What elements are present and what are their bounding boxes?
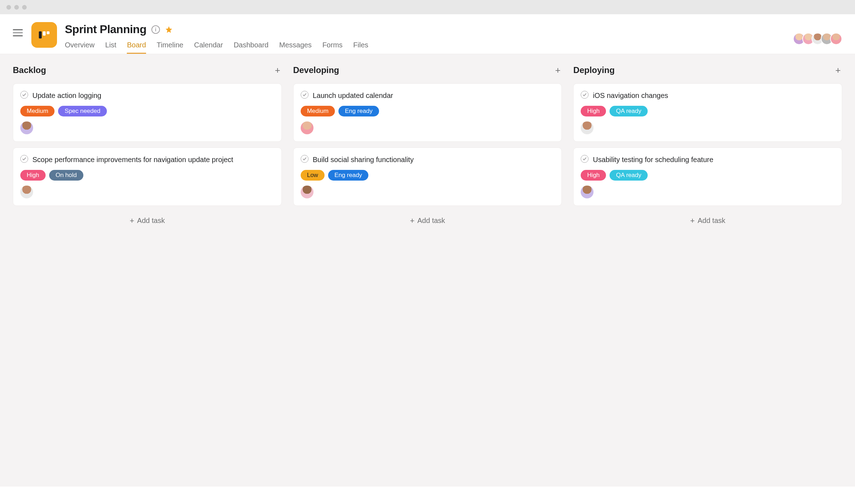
add-task-button[interactable]: +Add task	[293, 212, 562, 230]
menu-button[interactable]	[13, 28, 23, 38]
task-title: Launch updated calendar	[313, 90, 393, 101]
add-card-button[interactable]: +	[273, 64, 281, 76]
traffic-light-dot	[6, 5, 11, 10]
favorite-star-button[interactable]	[165, 26, 173, 33]
complete-task-checkbox[interactable]	[20, 155, 28, 163]
task-tags: LowEng ready	[301, 170, 555, 181]
svg-rect-2	[47, 31, 50, 34]
member-avatar[interactable]	[830, 33, 842, 45]
tag-qa-ready[interactable]: QA ready	[610, 106, 648, 116]
assignee-avatar[interactable]	[301, 186, 314, 198]
complete-task-checkbox[interactable]	[301, 91, 309, 99]
task-card[interactable]: iOS navigation changesHighQA ready	[573, 83, 842, 142]
column-title: Backlog	[13, 65, 46, 75]
add-task-label: Add task	[418, 217, 445, 225]
traffic-light-dot	[14, 5, 19, 10]
tag-high[interactable]: High	[581, 170, 606, 181]
task-card[interactable]: Scope performance improvements for navig…	[13, 147, 282, 206]
tag-eng-ready[interactable]: Eng ready	[328, 170, 369, 181]
add-task-label: Add task	[698, 217, 725, 225]
task-title: Build social sharing functionality	[313, 154, 414, 165]
column-header: Backlog+	[13, 64, 282, 76]
complete-task-checkbox[interactable]	[581, 91, 589, 99]
task-tags: HighQA ready	[581, 106, 835, 116]
column-developing: Developing+Launch updated calendarMedium…	[293, 64, 562, 465]
kanban-board: Backlog+Update action loggingMediumSpec …	[0, 54, 855, 487]
plus-icon: +	[130, 217, 134, 225]
tag-eng-ready[interactable]: Eng ready	[338, 106, 379, 116]
tag-spec-needed[interactable]: Spec needed	[58, 106, 107, 116]
svg-rect-1	[43, 31, 46, 36]
assignee-avatar[interactable]	[20, 186, 33, 198]
column-deploying: Deploying+iOS navigation changesHighQA r…	[573, 64, 842, 465]
window-chrome	[0, 0, 855, 14]
tab-timeline[interactable]: Timeline	[157, 41, 183, 54]
tag-qa-ready[interactable]: QA ready	[610, 170, 648, 181]
tab-messages[interactable]: Messages	[279, 41, 312, 54]
task-title: Scope performance improvements for navig…	[32, 154, 233, 165]
project-info-button[interactable]: i	[151, 25, 160, 34]
add-task-label: Add task	[137, 217, 165, 225]
svg-rect-0	[39, 31, 42, 38]
assignee-avatar[interactable]	[301, 121, 314, 134]
task-tags: MediumEng ready	[301, 106, 555, 116]
project-tabs: OverviewListBoardTimelineCalendarDashboa…	[65, 41, 368, 54]
project-header: Sprint Planning i OverviewListBoardTimel…	[0, 14, 855, 54]
plus-icon: +	[690, 217, 695, 225]
column-title: Developing	[293, 65, 339, 75]
tab-files[interactable]: Files	[353, 41, 368, 54]
add-task-button[interactable]: +Add task	[573, 212, 842, 230]
tab-overview[interactable]: Overview	[65, 41, 94, 54]
project-icon	[31, 22, 57, 48]
star-icon	[165, 26, 173, 33]
task-card[interactable]: Update action loggingMediumSpec needed	[13, 83, 282, 142]
plus-icon: +	[410, 217, 415, 225]
tag-on-hold[interactable]: On hold	[49, 170, 83, 181]
tag-medium[interactable]: Medium	[301, 106, 335, 116]
tab-forms[interactable]: Forms	[322, 41, 343, 54]
task-tags: HighQA ready	[581, 170, 835, 181]
add-task-button[interactable]: +Add task	[13, 212, 282, 230]
task-title: iOS navigation changes	[593, 90, 668, 101]
tag-medium[interactable]: Medium	[20, 106, 55, 116]
tag-high[interactable]: High	[581, 106, 606, 116]
task-title: Usability testing for scheduling feature	[593, 154, 713, 165]
add-card-button[interactable]: +	[554, 64, 562, 76]
tag-low[interactable]: Low	[301, 170, 325, 181]
tab-dashboard[interactable]: Dashboard	[234, 41, 269, 54]
complete-task-checkbox[interactable]	[20, 91, 28, 99]
assignee-avatar[interactable]	[20, 121, 33, 134]
task-title: Update action logging	[32, 90, 101, 101]
board-icon	[37, 28, 51, 42]
column-header: Developing+	[293, 64, 562, 76]
complete-task-checkbox[interactable]	[581, 155, 589, 163]
column-title: Deploying	[573, 65, 615, 75]
column-backlog: Backlog+Update action loggingMediumSpec …	[13, 64, 282, 465]
complete-task-checkbox[interactable]	[301, 155, 309, 163]
task-card[interactable]: Launch updated calendarMediumEng ready	[293, 83, 562, 142]
project-title: Sprint Planning	[65, 23, 146, 36]
add-card-button[interactable]: +	[834, 64, 842, 76]
column-header: Deploying+	[573, 64, 842, 76]
project-members[interactable]	[793, 21, 842, 45]
traffic-light-dot	[22, 5, 27, 10]
tab-list[interactable]: List	[105, 41, 116, 54]
tag-high[interactable]: High	[20, 170, 46, 181]
tab-calendar[interactable]: Calendar	[194, 41, 223, 54]
assignee-avatar[interactable]	[581, 186, 594, 198]
task-tags: MediumSpec needed	[20, 106, 274, 116]
task-tags: HighOn hold	[20, 170, 274, 181]
task-card[interactable]: Build social sharing functionalityLowEng…	[293, 147, 562, 206]
assignee-avatar[interactable]	[581, 121, 594, 134]
tab-board[interactable]: Board	[127, 41, 146, 54]
task-card[interactable]: Usability testing for scheduling feature…	[573, 147, 842, 206]
